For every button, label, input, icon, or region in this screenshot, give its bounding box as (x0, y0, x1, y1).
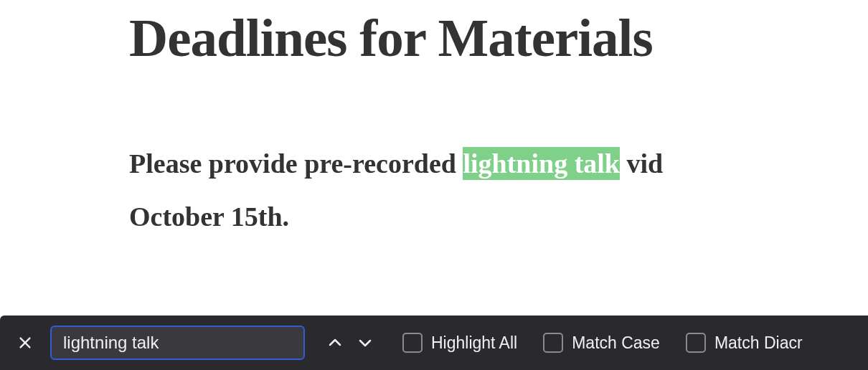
paragraph-line-1: Please provide pre-recorded lightning ta… (129, 137, 868, 190)
match-diacritics-group: Match Diacr (686, 333, 803, 353)
page-content: Deadlines for Materials Please provide p… (0, 0, 868, 243)
paragraph-text-after: vid (620, 148, 663, 179)
nav-arrows (324, 331, 377, 354)
match-case-label[interactable]: Match Case (572, 333, 660, 353)
next-match-button[interactable] (354, 331, 377, 354)
paragraph-text-before: Please provide pre-recorded (129, 148, 463, 179)
page-heading: Deadlines for Materials (129, 7, 868, 69)
highlight-all-label[interactable]: Highlight All (431, 333, 517, 353)
match-case-checkbox[interactable] (543, 333, 563, 353)
close-button[interactable] (13, 331, 37, 355)
match-diacritics-label[interactable]: Match Diacr (714, 333, 803, 353)
find-bar: Highlight All Match Case Match Diacr (0, 316, 868, 370)
search-input[interactable] (50, 326, 305, 360)
highlight-all-checkbox[interactable] (402, 333, 423, 353)
paragraph-line-2: October 15th. (129, 190, 868, 243)
prev-match-button[interactable] (324, 331, 346, 354)
match-case-group: Match Case (543, 333, 660, 353)
highlight-all-group: Highlight All (402, 333, 517, 353)
chevron-down-icon (357, 334, 374, 351)
close-icon (17, 335, 33, 351)
search-highlight: lightning talk (463, 147, 620, 180)
match-diacritics-checkbox[interactable] (686, 333, 706, 353)
chevron-up-icon (326, 334, 344, 351)
